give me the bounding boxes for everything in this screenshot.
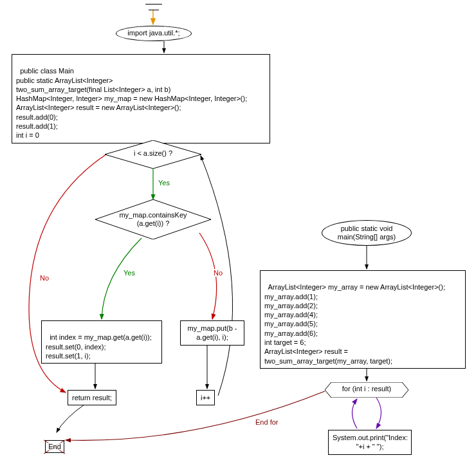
cond1-yes-label: Yes: [157, 179, 171, 187]
class-block: public class Main public static ArrayLis…: [12, 54, 270, 143]
for-label: for (int i : result): [342, 385, 391, 392]
set-block: int index = my_map.get(a.get(i)); result…: [41, 320, 162, 364]
main-block: ArrayList<Integer> my_array = new ArrayL…: [260, 270, 466, 369]
import-label: import java.util.*;: [127, 29, 179, 37]
cond2-diamond: my_map.containsKey (a.get(i)) ?: [95, 199, 211, 239]
return-block: return result;: [68, 390, 116, 405]
end-node: End: [45, 440, 64, 453]
print-l2: "+i + " ");: [356, 443, 384, 450]
print-block: System.out.print("Index: "+i + " ");: [328, 430, 412, 455]
cond2-no-label: No: [212, 269, 224, 277]
main-text: ArrayList<Integer> my_array = new ArrayL…: [264, 283, 445, 364]
return-text: return result;: [72, 394, 112, 402]
print-l1: System.out.print("Index:: [333, 434, 408, 441]
main-fn-l2: main(String[] args): [338, 233, 396, 241]
cond1-label: i < a.size() ?: [134, 149, 172, 157]
main-fn-l1: public static void: [341, 225, 393, 232]
cond1-no-label: No: [39, 274, 50, 282]
import-node: import java.util.*;: [116, 26, 192, 41]
main-fn-node: public static void main(String[] args): [322, 220, 412, 246]
put-block: my_map.put(b - a.get(i), i);: [180, 320, 244, 346]
cond2-label-2: (a.get(i)) ?: [137, 219, 170, 227]
incr-text: i++: [201, 394, 210, 402]
for-hex: for (int i : result): [325, 382, 408, 398]
cond2-yes-label: Yes: [122, 269, 136, 277]
start-node: [145, 4, 162, 10]
end-for-label: End for: [254, 418, 279, 426]
cond1-diamond: i < a.size() ?: [105, 140, 201, 169]
incr-block: i++: [196, 390, 215, 405]
class-text: public class Main public static ArrayLis…: [16, 67, 247, 139]
set-text: int index = my_map.get(a.get(i)); result…: [46, 333, 152, 360]
end-text: End: [48, 443, 62, 450]
put-text-2: a.get(i), i);: [196, 333, 228, 341]
cond2-label-1: my_map.containsKey: [119, 211, 187, 219]
put-text-1: my_map.put(b -: [187, 324, 237, 332]
